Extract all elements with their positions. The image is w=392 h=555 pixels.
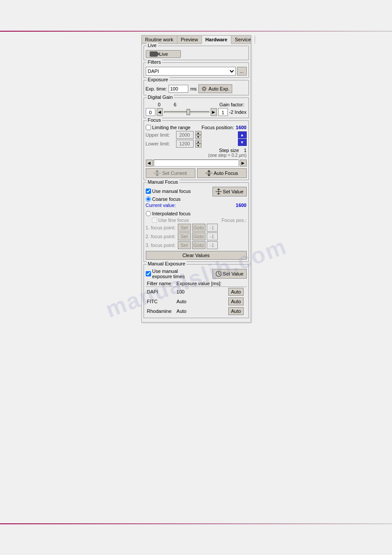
filter-browse-button[interactable]: ... [237, 67, 247, 76]
focus-pos-header: Focus pos.: [222, 218, 247, 223]
filter-auto-rhodamine[interactable]: Auto [228, 307, 244, 315]
focus-position-value: 1600 [236, 125, 246, 130]
gain-factor-value: 1 [218, 108, 228, 116]
live-section: Live Live [144, 46, 249, 60]
use-manual-exposure-label: Use manual exposure times [152, 268, 185, 279]
exposure-section: Exposure Exp. time: ms Auto Exp. [144, 80, 249, 95]
auto-focus-button[interactable]: Auto Focus [197, 168, 247, 178]
focus-point-3-value[interactable] [207, 241, 218, 249]
exposure-row: Exp. time: ms Auto Exp. [146, 84, 247, 93]
gain-index-label2: Index [235, 109, 247, 115]
manual-exposure-top: Use manual exposure times Set [146, 268, 247, 279]
focus-title: Focus [147, 117, 162, 123]
svg-marker-11 [217, 189, 220, 190]
focus-point-1-goto[interactable]: Goto [192, 224, 205, 232]
interpolated-focus-row: Interpolated focus [146, 211, 247, 216]
gain-left-arrow[interactable]: ◀ [157, 108, 163, 116]
gear-icon [201, 86, 207, 92]
lower-limit-up[interactable]: ▲ [195, 140, 201, 144]
interpolated-focus-radio[interactable] [146, 211, 151, 216]
svg-marker-4 [155, 174, 159, 176]
use-fine-focus-label: Use fine focus [158, 218, 189, 223]
table-row: FITC Auto Auto [146, 297, 247, 306]
gain-right-arrow[interactable]: ▶ [211, 108, 217, 116]
use-fine-focus-row: Use fine focus Focus pos.: [152, 218, 247, 223]
set-value-icon [216, 189, 222, 195]
focus-right: Focus position: 1600 ▲ ▼ Step size 1 [201, 125, 246, 158]
filter-select[interactable]: DAPI FITC Rhodamine [146, 67, 236, 76]
live-button-label: Live [159, 51, 168, 57]
focus-point-1-set[interactable]: Set [178, 224, 191, 232]
focus-point-3-goto[interactable]: Goto [192, 241, 205, 249]
focus-up-arrow[interactable]: ▲ [238, 131, 247, 138]
manual-focus-set-value-button[interactable]: Set Value [212, 187, 247, 196]
digital-gain-title: Digital Gain [147, 94, 174, 100]
focus-point-1-value[interactable] [207, 224, 218, 232]
upper-limit-row: Upper limit: ▲ ▼ [146, 131, 201, 139]
lower-limit-spinner: ▲ ▼ [195, 140, 201, 148]
filter-auto-dapi[interactable]: Auto [228, 288, 244, 296]
upper-limit-input[interactable] [176, 131, 194, 139]
current-value-row: Current value: 1600 [146, 203, 247, 208]
filter-exposure-table: Filter name Exposure value [ms]: DAPI 10… [146, 280, 247, 316]
focus-point-2-goto[interactable]: Goto [192, 232, 205, 240]
tab-preview[interactable]: Preview [177, 36, 202, 44]
manual-focus-top: Use manual focus Set Value [146, 187, 247, 196]
manual-exposure-set-value-button[interactable]: Set Value [212, 269, 247, 279]
exposure-title: Exposure [147, 77, 169, 82]
ms-label: ms [190, 86, 197, 91]
focus-scroll-track[interactable] [154, 160, 239, 167]
svg-marker-3 [155, 170, 159, 172]
manual-exposure-body: Use manual exposure times Set [146, 268, 247, 316]
panel-content: Live Live Filters DAPI FITC Rh [142, 44, 251, 322]
current-value-label: Current value: [146, 203, 176, 208]
table-row: DAPI 100 Auto [146, 287, 247, 297]
gain-slider-thumb[interactable] [187, 109, 190, 115]
use-fine-focus-checkbox[interactable] [152, 218, 157, 223]
focus-position-label: Focus position: [201, 125, 234, 130]
coarse-focus-radio[interactable] [146, 196, 151, 202]
lower-limit-down[interactable]: ▼ [195, 144, 201, 148]
lower-limit-input[interactable] [176, 140, 194, 148]
focus-point-2-value[interactable] [207, 232, 218, 240]
focus-point-3-set[interactable]: Set [178, 241, 191, 249]
focus-point-2-set[interactable]: Set [178, 232, 191, 240]
use-manual-exposure-row: Use manual exposure times [146, 268, 185, 279]
gain-slider-track[interactable] [164, 111, 209, 113]
camera-icon [150, 51, 158, 57]
tab-service[interactable]: Service [231, 36, 255, 44]
man-exp-check-group: Use manual exposure times [146, 268, 185, 279]
upper-limit-up[interactable]: ▲ [195, 131, 201, 135]
main-panel: Routine work Preview Hardware Service Li… [141, 35, 251, 323]
gain-index-value: 0 [146, 108, 155, 116]
upper-limit-down[interactable]: ▼ [195, 135, 201, 139]
clear-values-button[interactable]: Clear Values [146, 251, 247, 260]
tab-hardware[interactable]: Hardware [202, 36, 231, 44]
use-manual-focus-checkbox[interactable] [146, 189, 151, 194]
use-manual-focus-row: Use manual focus [146, 189, 191, 194]
focus-point-1-label: 1. focus point: [146, 225, 176, 230]
focus-scroll-right[interactable]: ▶ [240, 160, 247, 167]
filter-auto-fitc[interactable]: Auto [228, 297, 244, 305]
filters-body: DAPI FITC Rhodamine ... [146, 67, 247, 76]
filter-value-rhodamine: Auto [175, 306, 227, 316]
upper-limit-label: Upper limit: [146, 132, 174, 138]
exp-time-input[interactable] [169, 85, 188, 93]
limiting-range-checkbox[interactable] [146, 125, 151, 130]
filters-section: Filters DAPI FITC Rhodamine ... [144, 62, 249, 78]
focus-down-arrow[interactable]: ▼ [238, 139, 247, 146]
focus-point-3-row: 3. focus point: Set Goto [146, 241, 247, 249]
digital-gain-section: Digital Gain 0 6 Gain factor: 0 ◀ [144, 98, 249, 118]
limiting-range-label: Limiting the range [152, 125, 191, 130]
lower-limit-row: Lower limit: ▲ ▼ [146, 140, 201, 148]
focus-scroll-left[interactable]: ◀ [146, 160, 153, 167]
use-manual-exposure-checkbox[interactable] [146, 271, 151, 276]
interpolated-focus-label: Interpolated focus [152, 211, 191, 216]
exp-time-label: Exp. time: [146, 86, 167, 91]
auto-exp-button[interactable]: Auto Exp. [198, 84, 232, 93]
live-button[interactable]: Live [146, 50, 181, 58]
focus-points-list: 1. focus point: Set Goto 2. focus point:… [146, 224, 247, 249]
current-value-number: 1600 [236, 203, 246, 208]
filter-value-dapi: 100 [175, 287, 227, 297]
set-current-button[interactable]: Set Current [146, 168, 195, 178]
